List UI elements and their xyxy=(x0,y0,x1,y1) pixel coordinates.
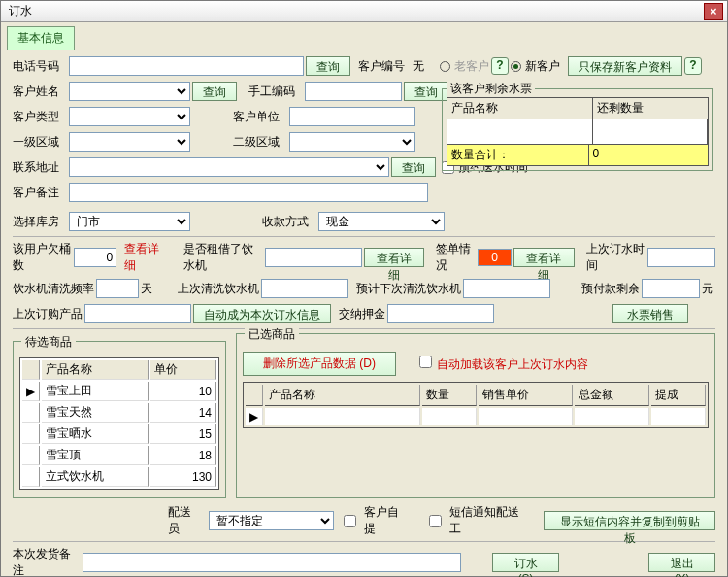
wait-products-group: 待选商品 产品名称单价 ▶雪宝上田10 雪宝天然14 雪宝晒水15 雪宝顶18 … xyxy=(13,341,226,498)
custname-select[interactable] xyxy=(69,82,190,101)
autoload-wrap[interactable]: 自动加载该客户上次订水内容 xyxy=(415,356,588,373)
rentcooler-detail-button[interactable]: 查看详细 xyxy=(364,248,425,267)
label-orderremark: 本次发货备注 xyxy=(13,546,81,577)
owe-detail-link[interactable]: 查看详细 xyxy=(124,241,164,274)
delete-selected-button[interactable]: 删除所选产品数据 (D) xyxy=(243,352,396,376)
label-cleanfreq: 饮水机清洗频率 xyxy=(13,281,94,297)
nextclean-input[interactable] xyxy=(463,279,550,298)
exit-button[interactable]: 退出(X) xyxy=(648,553,715,572)
label-lastclean: 上次清洗饮水机 xyxy=(178,281,259,297)
deliverer-select[interactable]: 暂不指定 xyxy=(209,511,334,530)
label-rentcooler: 是否租借了饮水机 xyxy=(183,241,263,274)
table-row: 雪宝顶18 xyxy=(22,446,216,465)
ticket-col-remain: 还剩数量 xyxy=(593,98,708,119)
wait-products-legend: 待选商品 xyxy=(21,334,76,351)
label-deliverer: 配送员 xyxy=(168,504,203,537)
remark-input[interactable] xyxy=(69,183,428,202)
ticket-col-product: 产品名称 xyxy=(447,98,593,119)
label-lastorder: 上次订水时间 xyxy=(586,241,645,274)
autofill-button[interactable]: 自动成为本次订水信息 xyxy=(193,304,331,323)
prepay-input[interactable] xyxy=(642,279,700,298)
contact-select[interactable] xyxy=(69,157,389,177)
rentcooler-input[interactable] xyxy=(265,248,362,267)
custname-query-button[interactable]: 查询 xyxy=(192,82,237,101)
deposit-input[interactable] xyxy=(387,304,494,323)
label-prepay: 预付款剩余 xyxy=(581,281,640,297)
selfpickup-checkbox[interactable] xyxy=(344,515,356,527)
lastorder-input[interactable] xyxy=(647,248,715,267)
content-area: 电话号码 查询 客户编号 无 老客户 ? 新客户 只保存新客户资料 ? 客户姓名… xyxy=(1,50,727,577)
ticket-legend: 该客户剩余水票 xyxy=(447,81,535,97)
label-days: 天 xyxy=(141,281,152,297)
orderremark-input[interactable] xyxy=(83,553,461,572)
paymethod-select[interactable]: 现金 xyxy=(318,212,445,231)
area2-select[interactable] xyxy=(289,132,415,152)
table-row: 立式饮水机130 xyxy=(22,467,216,487)
titlebar: 订水 × xyxy=(1,1,727,22)
custunit-input[interactable] xyxy=(289,107,415,126)
tabstrip: 基本信息 xyxy=(1,22,727,50)
window-title: 订水 xyxy=(5,3,704,19)
signstatus-detail-button[interactable]: 查看详细 xyxy=(513,248,575,267)
label-yuan: 元 xyxy=(702,281,713,297)
ticket-body xyxy=(447,119,709,145)
smsnotify-checkbox[interactable] xyxy=(429,515,442,527)
help-save-new[interactable]: ? xyxy=(684,57,702,75)
label-custunit: 客户单位 xyxy=(233,109,287,125)
cleanfreq-input[interactable] xyxy=(96,279,139,298)
phone-input[interactable] xyxy=(69,56,304,76)
tab-basic-info[interactable]: 基本信息 xyxy=(7,26,75,50)
contact-query-button[interactable]: 查询 xyxy=(391,157,436,177)
label-area2: 二级区域 xyxy=(233,134,287,151)
ticket-sum-label: 数量合计： xyxy=(447,145,589,166)
ticket-sum-value: 0 xyxy=(589,145,709,166)
custtype-select[interactable] xyxy=(69,107,190,126)
selected-products-table[interactable]: 产品名称 数量 销售单价 总金额 提成 ▶ xyxy=(243,382,709,428)
order-button[interactable]: 订水(S) xyxy=(492,553,559,572)
show-sms-button[interactable]: 显示短信内容并复制到剪贴板 xyxy=(544,511,715,530)
phone-query-button[interactable]: 查询 xyxy=(306,56,350,76)
label-warehouse: 选择库房 xyxy=(13,214,67,230)
order-window: 订水 × 基本信息 电话号码 查询 客户编号 无 老客户 ? 新客户 只保存新客… xyxy=(0,0,728,577)
save-new-customer-button[interactable]: 只保存新客户资料 xyxy=(568,56,682,76)
label-selfpickup: 客户自提 xyxy=(364,504,411,537)
wait-products-table[interactable]: 产品名称单价 ▶雪宝上田10 雪宝天然14 雪宝晒水15 雪宝顶18 立式饮水机… xyxy=(19,357,219,490)
warehouse-select[interactable]: 门市 xyxy=(69,212,190,231)
table-row: ▶雪宝上田10 xyxy=(22,382,216,401)
signstatus-value: 0 xyxy=(478,249,512,266)
label-paymethod: 收款方式 xyxy=(262,214,316,230)
label-lastproducts: 上次订购产品 xyxy=(13,306,83,322)
label-owe: 该用户欠桶数 xyxy=(13,241,72,274)
ticket-sale-button[interactable]: 水票销售 xyxy=(612,304,688,323)
manualcode-input[interactable] xyxy=(305,82,402,101)
lastproducts-input[interactable] xyxy=(84,304,191,323)
label-smsnotify: 短信通知配送工 xyxy=(449,504,530,537)
label-area1: 一级区域 xyxy=(13,134,67,151)
label-remark: 客户备注 xyxy=(13,185,67,201)
close-button[interactable]: × xyxy=(704,3,723,20)
label-phone: 电话号码 xyxy=(13,58,67,75)
area1-select[interactable] xyxy=(69,132,190,152)
label-custname: 客户姓名 xyxy=(13,84,67,100)
radio-new-customer[interactable]: 新客户 xyxy=(511,58,560,75)
label-custtype: 客户类型 xyxy=(13,109,67,125)
selected-products-legend: 已选商品 xyxy=(245,326,299,343)
label-manualcode: 手工编码 xyxy=(248,84,303,100)
table-row: 雪宝晒水15 xyxy=(22,424,216,444)
selected-products-group: 已选商品 删除所选产品数据 (D) 自动加载该客户上次订水内容 产品名称 数量 xyxy=(236,333,715,498)
label-contact: 联系地址 xyxy=(13,159,67,176)
label-signstatus: 签单情况 xyxy=(436,241,476,274)
label-custno: 客户编号 xyxy=(358,58,405,75)
owe-input[interactable] xyxy=(74,248,116,267)
autoload-checkbox[interactable] xyxy=(419,356,432,368)
lastclean-input[interactable] xyxy=(261,279,348,298)
custno-value: 无 xyxy=(413,58,424,75)
label-deposit: 交纳押金 xyxy=(339,306,385,322)
radio-old-customer: 老客户 xyxy=(440,58,489,75)
ticket-fieldset: 该客户剩余水票 产品名称 还剩数量 数量合计： 0 xyxy=(442,88,713,171)
label-nextclean: 预计下次清洗饮水机 xyxy=(356,281,461,297)
table-row: 雪宝天然14 xyxy=(22,403,216,423)
help-old-customer[interactable]: ? xyxy=(491,57,509,75)
